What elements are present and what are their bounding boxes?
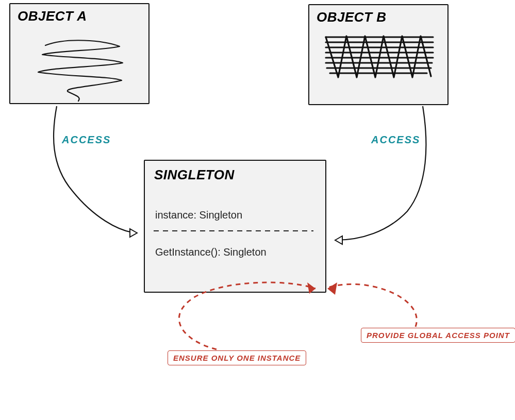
singleton-attribute: instance: Singleton — [155, 209, 242, 221]
arrow-b-to-singleton — [335, 106, 426, 240]
arrow-a-to-singleton — [54, 106, 137, 233]
arrowhead-a — [130, 229, 137, 237]
arrowhead-b — [335, 236, 342, 244]
callout-provide-arrowhead — [327, 282, 337, 295]
object-b-box: OBJECT B — [308, 4, 448, 105]
singleton-method: GetInstance(): Singleton — [155, 246, 267, 258]
singleton-title: SINGLETON — [154, 167, 235, 183]
object-b-title: OBJECT B — [317, 9, 386, 25]
access-label-left: ACCESS — [62, 134, 111, 146]
singleton-box: SINGLETON instance: Singleton GetInstanc… — [144, 160, 326, 293]
callout-provide: PROVIDE GLOBAL ACCESS POINT — [361, 328, 515, 343]
access-label-right: ACCESS — [371, 134, 420, 146]
object-a-title: OBJECT A — [18, 8, 87, 24]
callout-provide-arrow — [328, 284, 417, 327]
object-a-box: OBJECT A — [9, 3, 149, 104]
callout-ensure: ENSURE ONLY ONE INSTANCE — [168, 350, 306, 365]
